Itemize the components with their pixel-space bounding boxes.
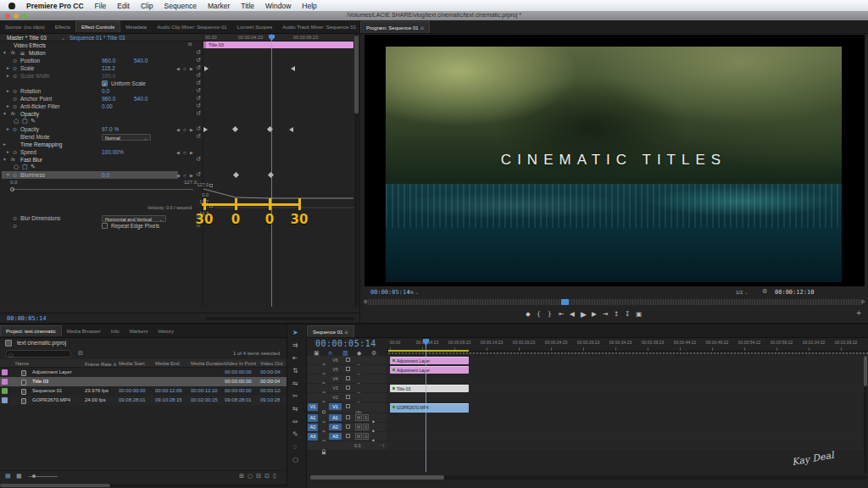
reset-parameter-icon[interactable]: ↺: [196, 87, 201, 94]
solo-button[interactable]: S: [363, 433, 369, 440]
timeline-vscrollbar-handle[interactable]: [864, 356, 867, 386]
button-lift[interactable]: ↥: [614, 310, 619, 318]
label-color-chip[interactable]: [2, 369, 8, 375]
track-name-v2[interactable]: V2: [329, 394, 342, 401]
track-lane[interactable]: [387, 413, 865, 422]
stopwatch-icon[interactable]: ⊙: [13, 149, 17, 155]
apple-icon[interactable]: [8, 3, 15, 9]
value-anchor-point[interactable]: 960.0: [102, 96, 115, 102]
track-lane[interactable]: [387, 432, 865, 441]
automate-to-sequence-icon[interactable]: ⊞: [239, 473, 244, 480]
program-scrubber[interactable]: [365, 299, 863, 305]
delete-icon[interactable]: ▯: [273, 473, 276, 480]
list-view-icon[interactable]: ▤: [5, 473, 11, 480]
twirl-icon[interactable]: ▸: [7, 126, 9, 131]
label-color-chip[interactable]: [2, 397, 8, 403]
value-position-1[interactable]: 540.0: [134, 58, 147, 64]
column-header-video-in-point[interactable]: Video In Point: [225, 361, 256, 366]
twirl-icon[interactable]: ▾: [3, 157, 6, 162]
dropdown-blur-dimensions[interactable]: Horizontal and Vertical⌄: [102, 215, 166, 222]
add-keyframe-button[interactable]: ◇: [183, 66, 186, 71]
tab-info[interactable]: Info: [106, 326, 125, 336]
scrubber-right-handle[interactable]: [861, 300, 865, 303]
program-timecode[interactable]: 00:00:05:14: [370, 289, 409, 296]
stopwatch-icon[interactable]: ⊙: [13, 65, 17, 71]
twirl-icon[interactable]: ▸: [7, 65, 9, 70]
value-anti-flicker-filter[interactable]: 0.00: [102, 103, 113, 109]
stopwatch-icon[interactable]: ⊙: [13, 96, 17, 102]
column-header-media-duration[interactable]: Media Duration: [191, 361, 225, 366]
keyframe-navigator-icon[interactable]: ⊣: [380, 442, 384, 448]
button-extract[interactable]: ↧: [625, 310, 630, 318]
icon-view-icon[interactable]: ▦: [16, 473, 22, 480]
button-step-forward[interactable]: ▶: [592, 310, 597, 318]
track-lane[interactable]: [387, 393, 865, 402]
track-name-v1[interactable]: V1: [329, 403, 342, 410]
next-keyframe-button[interactable]: ▶: [190, 150, 193, 155]
tab-sequence-01[interactable]: Sequence 01 ≡: [307, 325, 354, 337]
prev-keyframe-button[interactable]: ◀: [176, 127, 180, 132]
reset-parameter-icon[interactable]: ↺: [196, 110, 201, 117]
panel-menu-icon[interactable]: ≡: [420, 25, 424, 30]
sync-lock-icon[interactable]: [346, 424, 350, 429]
button-mark-out[interactable]: }: [548, 310, 552, 318]
app-name[interactable]: Premiere Pro CC: [26, 2, 84, 10]
menu-file[interactable]: File: [95, 2, 107, 10]
value-scale[interactable]: 115.2: [102, 65, 115, 71]
keyframe[interactable]: [289, 127, 293, 132]
track-name-v5[interactable]: V5: [329, 366, 342, 373]
source-patch-a2[interactable]: A2: [308, 424, 318, 431]
track-name-v4[interactable]: V4: [329, 375, 342, 382]
stopwatch-icon[interactable]: ⊙: [13, 126, 17, 132]
menu-help[interactable]: Help: [302, 2, 316, 10]
next-keyframe-button[interactable]: ▶: [190, 66, 193, 71]
mute-button[interactable]: M: [355, 414, 362, 421]
menu-marker[interactable]: Marker: [208, 2, 230, 10]
twirl-icon[interactable]: ▾: [7, 172, 9, 177]
work-area-bar[interactable]: [388, 350, 469, 352]
pen-mask-icon[interactable]: ✎: [31, 164, 36, 170]
table-row-sequence-01[interactable]: Sequence 0123.976 fps00:00:00:0000:00:12…: [0, 386, 287, 396]
pen-mask-icon[interactable]: ✎: [31, 118, 36, 125]
scrubber-left-handle[interactable]: [364, 300, 367, 303]
clip-title-03[interactable]: Title 03: [390, 385, 469, 392]
track-name-a3[interactable]: A3: [329, 433, 342, 440]
source-patch-a3[interactable]: A3: [308, 433, 318, 441]
slide-tool[interactable]: ⇔: [292, 418, 298, 425]
column-header-frame-rate[interactable]: Frame Rate ∧: [85, 361, 117, 367]
prev-keyframe-button[interactable]: ◀: [176, 150, 180, 155]
program-playhead-marker[interactable]: [561, 299, 569, 305]
checkbox-uniform-scale[interactable]: ✓: [102, 80, 108, 86]
clip-gopr2670-mp4[interactable]: GOPR2670.MP4: [390, 403, 469, 413]
razor-tool[interactable]: ✂: [292, 392, 298, 400]
reset-parameter-icon[interactable]: ↺: [196, 133, 201, 140]
rect-mask-icon[interactable]: ▢: [22, 118, 28, 125]
twirl-icon[interactable]: ▸: [7, 149, 9, 154]
menu-clip[interactable]: Clip: [141, 2, 153, 10]
reset-parameter-icon[interactable]: ↺: [196, 49, 201, 56]
sync-lock-icon[interactable]: [346, 415, 350, 419]
timeline-vscrollbar[interactable]: [864, 356, 867, 473]
add-keyframe-button[interactable]: ◇: [183, 127, 186, 132]
pen-tool[interactable]: ✎: [292, 430, 298, 438]
panel-menu-icon[interactable]: ≡: [344, 329, 348, 335]
timeline-view-icon[interactable]: ⧉: [188, 42, 192, 47]
button-step-back[interactable]: ◀: [570, 310, 575, 318]
stopwatch-icon[interactable]: ⊙: [13, 73, 17, 79]
menu-window[interactable]: Window: [265, 2, 291, 10]
track-select-forward-tool[interactable]: ⇉: [292, 341, 298, 349]
twirl-icon[interactable]: ▾: [3, 111, 6, 116]
label-color-chip[interactable]: [2, 388, 8, 394]
timeline-hscrollbar[interactable]: [310, 475, 866, 480]
new-item-icon[interactable]: ⊡: [264, 473, 270, 480]
button-go-to-in[interactable]: ⇤: [559, 310, 564, 318]
table-row-gopr2670-mp4[interactable]: GOPR2670.MP424.00 fps09:08:28:0109:10:28…: [0, 396, 287, 405]
clip-adjustment-layer[interactable]: Adjustment Layer: [390, 366, 469, 374]
sync-lock-icon[interactable]: [346, 395, 350, 399]
value-rotation[interactable]: 0.0: [102, 88, 109, 94]
timeline-timecode[interactable]: 00:00:05:14: [315, 339, 376, 348]
track-lane[interactable]: [387, 423, 865, 431]
track-name-v6[interactable]: V6: [329, 357, 342, 363]
add-keyframe-button[interactable]: ◇: [183, 173, 186, 178]
rect-mask-icon[interactable]: ▢: [22, 164, 28, 170]
